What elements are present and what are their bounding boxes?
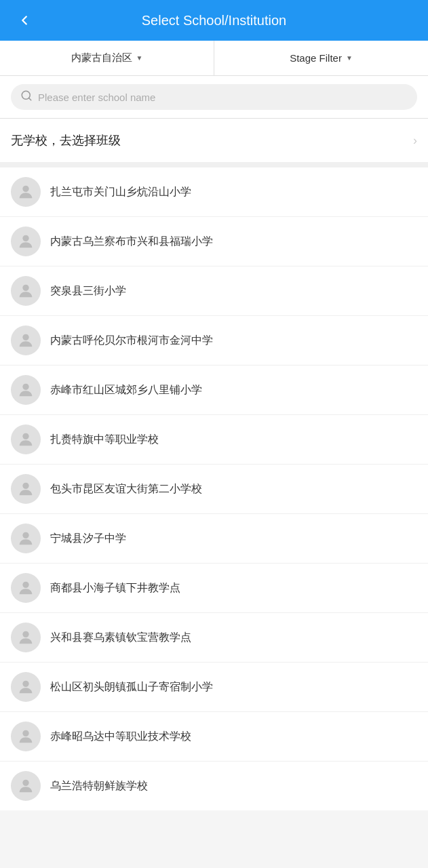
svg-line-1	[28, 98, 31, 100]
avatar	[11, 722, 41, 751]
school-list-item[interactable]: 赤峰昭乌达中等职业技术学校	[0, 712, 428, 762]
school-list-item[interactable]: 兴和县赛乌素镇钦宝营教学点	[0, 613, 428, 663]
page-title: Select School/Institution	[38, 13, 390, 28]
svg-point-14	[22, 780, 28, 786]
svg-point-6	[22, 384, 28, 390]
school-name: 内蒙古乌兰察布市兴和县福瑞小学	[50, 234, 213, 249]
avatar	[11, 425, 41, 454]
svg-point-13	[22, 730, 28, 736]
search-container	[0, 76, 428, 119]
school-list-item[interactable]: 宁城县汐子中学	[0, 514, 428, 564]
school-search-input[interactable]	[38, 92, 408, 103]
school-name: 扎赉特旗中等职业学校	[50, 432, 159, 447]
svg-point-5	[22, 334, 28, 340]
stage-dropdown-icon: ▼	[346, 54, 353, 62]
school-name: 乌兰浩特朝鲜族学校	[50, 778, 148, 793]
svg-point-4	[22, 285, 28, 291]
school-list-item[interactable]: 乌兰浩特朝鲜族学校	[0, 762, 428, 810]
school-name: 突泉县三街小学	[50, 283, 126, 298]
school-list-item[interactable]: 松山区初头朗镇孤山子寄宿制小学	[0, 663, 428, 712]
avatar	[11, 326, 41, 355]
no-school-label: 无学校，去选择班级	[11, 132, 121, 149]
filter-row: 内蒙古自治区 ▼ Stage Filter ▼	[0, 41, 428, 76]
svg-point-10	[22, 582, 28, 588]
svg-point-11	[22, 631, 28, 637]
school-list-item[interactable]: 突泉县三街小学	[0, 267, 428, 316]
svg-point-2	[22, 186, 28, 192]
school-list: 扎兰屯市关门山乡炕沿山小学 内蒙古乌兰察布市兴和县福瑞小学 突泉县三街小学	[0, 167, 428, 810]
avatar	[11, 672, 41, 702]
avatar	[11, 474, 41, 504]
search-icon	[20, 90, 33, 104]
school-list-item[interactable]: 扎兰屯市关门山乡炕沿山小学	[0, 167, 428, 217]
svg-point-8	[22, 483, 28, 489]
school-name: 兴和县赛乌素镇钦宝营教学点	[50, 630, 191, 645]
avatar	[11, 771, 41, 801]
avatar	[11, 226, 41, 256]
back-button[interactable]	[11, 13, 38, 28]
avatar	[11, 623, 41, 652]
school-name: 赤峰昭乌达中等职业技术学校	[50, 729, 191, 744]
region-dropdown-icon: ▼	[136, 54, 143, 62]
school-name: 松山区初头朗镇孤山子寄宿制小学	[50, 679, 213, 694]
region-filter[interactable]: 内蒙古自治区 ▼	[0, 41, 214, 75]
stage-filter[interactable]: Stage Filter ▼	[214, 41, 428, 75]
school-list-item[interactable]: 赤峰市红山区城郊乡八里铺小学	[0, 366, 428, 415]
school-name: 内蒙古呼伦贝尔市根河市金河中学	[50, 333, 213, 348]
school-list-item[interactable]: 包头市昆区友谊大街第二小学校	[0, 465, 428, 514]
avatar	[11, 524, 41, 553]
no-school-chevron-icon: ›	[413, 134, 417, 148]
school-list-item[interactable]: 内蒙古呼伦贝尔市根河市金河中学	[0, 316, 428, 366]
header: Select School/Institution	[0, 0, 428, 41]
school-name: 宁城县汐子中学	[50, 531, 126, 546]
no-school-row[interactable]: 无学校，去选择班级 ›	[0, 119, 428, 167]
svg-point-7	[22, 433, 28, 439]
svg-point-3	[22, 235, 28, 241]
avatar	[11, 375, 41, 405]
school-name: 扎兰屯市关门山乡炕沿山小学	[50, 184, 191, 199]
svg-point-9	[22, 532, 28, 538]
svg-point-12	[22, 681, 28, 687]
school-name: 赤峰市红山区城郊乡八里铺小学	[50, 382, 202, 397]
school-list-item[interactable]: 商都县小海子镇下井教学点	[0, 564, 428, 613]
avatar	[11, 276, 41, 306]
school-name: 包头市昆区友谊大街第二小学校	[50, 481, 202, 496]
stage-filter-label: Stage Filter	[290, 52, 342, 64]
search-input-wrap	[11, 84, 417, 110]
school-list-item[interactable]: 内蒙古乌兰察布市兴和县福瑞小学	[0, 217, 428, 267]
school-name: 商都县小海子镇下井教学点	[50, 580, 180, 595]
school-list-item[interactable]: 扎赉特旗中等职业学校	[0, 415, 428, 465]
avatar	[11, 573, 41, 603]
region-filter-label: 内蒙古自治区	[71, 52, 132, 64]
avatar	[11, 177, 41, 207]
